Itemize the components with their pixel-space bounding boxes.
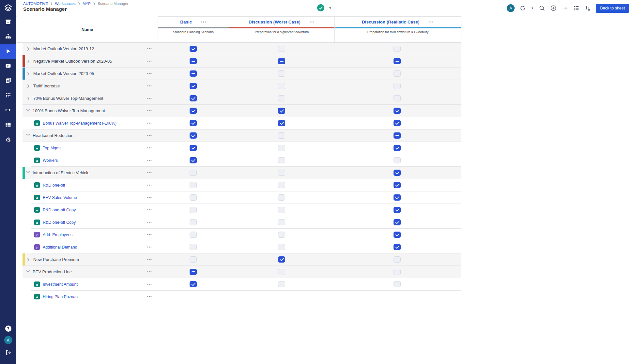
chevron-down-icon[interactable]: ❯ <box>26 171 30 175</box>
checkbox-worst-case[interactable] <box>278 95 285 101</box>
row-menu-button[interactable]: ••• <box>147 171 152 174</box>
checkbox-worst-case[interactable] <box>278 194 285 201</box>
sidebar-item-presentations[interactable] <box>0 59 16 74</box>
row-menu-button[interactable]: ••• <box>147 245 152 249</box>
table-row[interactable]: ❯Headcount Reduction••• <box>23 129 461 142</box>
chevron-right-icon[interactable]: ❯ <box>27 59 31 63</box>
sidebar-avatar[interactable]: A <box>4 336 12 344</box>
row-menu-button[interactable]: ••• <box>147 258 152 261</box>
scenario-status-dropdown[interactable]: ▼ <box>317 4 332 11</box>
breadcrumb-item-workspaces[interactable]: Workspaces <box>55 2 75 6</box>
checkbox-worst-case[interactable] <box>278 145 285 151</box>
checkbox-worst-case[interactable] <box>278 256 285 263</box>
checkbox-worst-case[interactable] <box>278 182 285 188</box>
chevron-right-icon[interactable]: ❯ <box>27 97 31 100</box>
jump-arrow-icon[interactable] <box>562 5 568 11</box>
table-row[interactable]: ❯BEV Production Line••• <box>23 266 461 278</box>
back-to-sheet-button[interactable]: Back to sheet <box>596 4 629 13</box>
checkbox-realistic-case[interactable] <box>394 281 401 287</box>
caret-down-icon[interactable]: ▼ <box>531 7 534 10</box>
row-menu-button[interactable]: ••• <box>147 146 152 150</box>
checkbox-basic[interactable] <box>190 46 197 52</box>
sidebar-item-scenarios[interactable] <box>0 44 16 59</box>
chevron-down-icon[interactable]: ❯ <box>26 133 30 138</box>
row-menu-button[interactable]: ••• <box>147 220 152 224</box>
table-row[interactable]: ❯New Purchase Premium••• <box>23 253 461 266</box>
table-row[interactable]: ❯Negative Market Outlook Version 2020-05… <box>23 55 461 68</box>
checkbox-worst-case[interactable] <box>278 120 285 126</box>
checkbox-basic[interactable] <box>190 244 197 250</box>
layers-logo-icon[interactable] <box>0 1 16 15</box>
breadcrumb-item-myp[interactable]: MYP <box>83 2 91 6</box>
scenario-menu-button[interactable]: ••• <box>310 20 315 24</box>
sidebar-item-drivers[interactable] <box>0 88 16 103</box>
checkbox-worst-case[interactable] <box>278 232 285 238</box>
checkbox-basic[interactable] <box>190 219 197 225</box>
chevron-down-icon[interactable]: ❯ <box>26 270 30 274</box>
checkbox-realistic-case[interactable] <box>394 244 401 250</box>
scenario-title[interactable]: Discussion (Worst Case) <box>249 20 301 24</box>
checkbox-realistic-case[interactable] <box>394 232 401 238</box>
checkbox-realistic-case[interactable] <box>394 108 401 114</box>
checkbox-realistic-case[interactable] <box>394 58 401 64</box>
table-row[interactable]: ❯Tariff Increase••• <box>23 80 461 92</box>
checkbox-realistic-case[interactable] <box>394 182 401 188</box>
checkbox-realistic-case[interactable] <box>394 95 401 101</box>
checkbox-basic[interactable] <box>190 207 197 213</box>
sidebar-item-settings[interactable]: ⚙ <box>0 132 16 147</box>
row-name-link[interactable]: Investment Amount <box>43 282 78 287</box>
row-name-link[interactable]: R&D one-off Copy <box>43 220 76 225</box>
row-menu-button[interactable]: ••• <box>147 47 152 51</box>
sidebar-item-reports[interactable] <box>0 74 16 88</box>
row-name-link[interactable]: Top Mgmt <box>43 146 61 150</box>
table-row[interactable]: rAdd. Employees••• <box>31 229 461 241</box>
table-row[interactable]: aBonus Waiver Top-Management (-100%)••• <box>31 117 461 129</box>
table-row[interactable]: aTop Mgmt••• <box>31 142 461 154</box>
checkbox-realistic-case[interactable] <box>394 132 401 139</box>
checkbox-realistic-case[interactable] <box>394 269 401 275</box>
row-menu-button[interactable]: ••• <box>147 84 152 88</box>
row-menu-button[interactable]: ••• <box>147 159 152 162</box>
table-row[interactable]: aR&D one-off••• <box>31 179 461 191</box>
scenario-title[interactable]: Discussion (Realistic Case) <box>362 20 419 24</box>
row-menu-button[interactable]: ••• <box>147 208 152 212</box>
row-menu-button[interactable]: ••• <box>147 295 152 298</box>
checkbox-worst-case[interactable] <box>278 83 285 89</box>
breadcrumb-item-automotive[interactable]: AUTOMOTIVE <box>23 2 48 6</box>
checkbox-worst-case[interactable] <box>278 281 285 287</box>
row-menu-button[interactable]: ••• <box>147 72 152 75</box>
checkbox-worst-case[interactable] <box>278 58 285 64</box>
sidebar-item-flows[interactable] <box>0 103 16 118</box>
checkbox-worst-case[interactable] <box>278 46 285 52</box>
checkbox-realistic-case[interactable] <box>394 145 401 151</box>
table-row[interactable]: aWorkers••• <box>31 154 461 167</box>
sort-icon[interactable] <box>584 5 591 11</box>
table-row[interactable]: ❯100% Bonus Waiver Top-Management••• <box>23 105 461 117</box>
checkbox-basic[interactable] <box>190 232 197 238</box>
row-menu-button[interactable]: ••• <box>147 233 152 236</box>
row-menu-button[interactable]: ••• <box>147 282 152 286</box>
table-row[interactable]: ❯Introduction of Electric Vehicle••• <box>23 167 461 179</box>
row-name-link[interactable]: Workers <box>43 158 58 163</box>
row-name-link[interactable]: R&D one-off Copy <box>43 208 76 212</box>
checkbox-worst-case[interactable] <box>278 269 285 275</box>
checkbox-basic[interactable] <box>190 120 197 126</box>
checkbox-basic[interactable] <box>190 256 197 263</box>
table-row[interactable]: ❯Market Outlook Version 2020-05••• <box>23 68 461 80</box>
scenario-menu-button[interactable]: ••• <box>428 20 434 24</box>
logout-button[interactable] <box>0 348 16 358</box>
checkbox-basic[interactable] <box>190 157 197 163</box>
chevron-down-icon[interactable]: ❯ <box>26 109 30 113</box>
checkbox-worst-case[interactable] <box>278 108 285 114</box>
scenario-menu-button[interactable]: ••• <box>201 20 207 24</box>
checkbox-basic[interactable] <box>190 108 197 114</box>
table-row[interactable]: ❯Market Outlook Version 2019-12••• <box>23 43 461 55</box>
checkbox-basic[interactable] <box>190 269 197 275</box>
table-row[interactable]: aInvestment Amount••• <box>31 278 461 291</box>
checkbox-worst-case[interactable] <box>278 170 285 176</box>
checkbox-worst-case[interactable] <box>278 70 285 77</box>
chevron-right-icon[interactable]: ❯ <box>27 84 31 88</box>
checkbox-realistic-case[interactable] <box>394 194 401 201</box>
sidebar-item-data[interactable] <box>0 118 16 132</box>
row-menu-button[interactable]: ••• <box>147 270 152 274</box>
